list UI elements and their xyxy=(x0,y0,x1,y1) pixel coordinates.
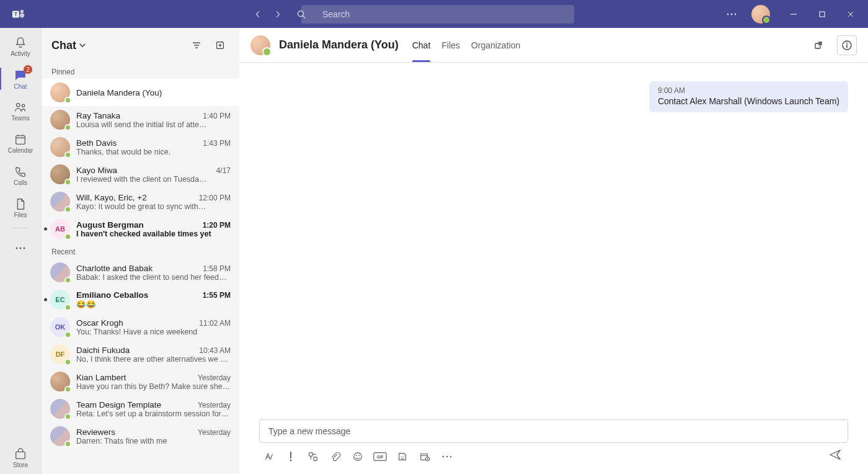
chat-avatar xyxy=(50,164,70,184)
rail-item-calls[interactable]: Calls xyxy=(0,159,41,192)
rail-item-teams[interactable]: Teams xyxy=(0,95,41,127)
chat-list-item[interactable]: Ray Tanaka1:40 PMLouisa will send the in… xyxy=(42,106,239,133)
rail-item-files[interactable]: Files xyxy=(0,192,41,224)
chat-time: 1:43 PM xyxy=(203,139,231,148)
chat-preview: Thanks, that would be nice. xyxy=(76,148,231,156)
chat-list-item[interactable]: Beth Davis1:43 PMThanks, that would be n… xyxy=(42,133,239,161)
chat-avatar xyxy=(50,262,70,282)
window-close-button[interactable] xyxy=(837,0,864,28)
svg-point-43 xyxy=(403,456,404,457)
chat-list-item[interactable]: Daniela Mandera (You) xyxy=(42,79,239,106)
teams-icon xyxy=(13,101,28,114)
svg-point-39 xyxy=(358,455,360,456)
chat-preview: Have you ran this by Beth? Make sure she… xyxy=(76,382,231,391)
svg-text:GIF: GIF xyxy=(377,455,384,459)
chat-list-item[interactable]: ABAugust Bergman1:20 PMI haven't checked… xyxy=(42,215,239,243)
rail-more-button[interactable] xyxy=(0,232,41,264)
chat-name: Will, Kayo, Eric, +2 xyxy=(76,193,195,202)
chat-time: 12:00 PM xyxy=(199,194,231,202)
rail-label: Chat xyxy=(14,83,27,90)
chat-details-button[interactable] xyxy=(837,35,857,55)
chat-list-item[interactable]: Kian LambertYesterdayHave you ran this b… xyxy=(42,368,239,395)
titlebar-more-button[interactable] xyxy=(722,4,742,24)
message-input[interactable]: Type a new message xyxy=(259,419,848,443)
send-button[interactable] xyxy=(828,448,846,465)
priority-button[interactable] xyxy=(284,450,298,463)
chat-preview: Kayo: It would be great to sync with… xyxy=(76,202,231,211)
chat-avatar xyxy=(50,372,70,391)
search-input[interactable] xyxy=(301,5,574,24)
chat-time: Yesterday xyxy=(198,373,231,382)
rail-label: Teams xyxy=(11,115,29,122)
conversation-avatar xyxy=(250,35,270,55)
chat-preview: Louisa will send the initial list of att… xyxy=(76,120,231,129)
chat-time: 1:55 PM xyxy=(203,291,231,300)
compose-more-button[interactable] xyxy=(440,450,454,463)
svg-point-37 xyxy=(354,453,362,461)
format-button[interactable] xyxy=(262,450,275,463)
window-maximize-button[interactable] xyxy=(808,0,836,28)
bell-icon xyxy=(14,36,27,50)
profile-avatar-button[interactable] xyxy=(751,5,770,24)
chat-time: 1:20 PM xyxy=(203,221,231,230)
compose-toolbar: GIF xyxy=(259,443,848,465)
chat-preview: Babak: I asked the client to send her fe… xyxy=(76,273,231,282)
chat-time: 11:02 AM xyxy=(199,319,231,328)
conversation-tab-organization[interactable]: Organization xyxy=(471,28,520,62)
chat-list-item[interactable]: Charlotte and Babak1:58 PMBabak: I asked… xyxy=(42,259,239,286)
chat-list-item[interactable]: DFDaichi Fukuda10:43 AMNo, I think there… xyxy=(42,341,239,368)
rail-item-activity[interactable]: Activity xyxy=(0,30,41,63)
rail-item-calendar[interactable]: Calendar xyxy=(0,127,41,159)
chat-list-item[interactable]: Kayo Miwa4/17I reviewed with the client … xyxy=(42,161,239,188)
messages-area: 9:00 AMContact Alex Marshall (Windows La… xyxy=(239,63,868,419)
chat-time: 4/17 xyxy=(216,166,231,175)
loop-button[interactable] xyxy=(306,450,320,463)
chat-list-item[interactable]: OKOscar Krogh11:02 AMYou: Thanks! Have a… xyxy=(42,313,239,341)
rail-label: Calls xyxy=(14,179,27,186)
chat-avatar xyxy=(50,137,70,157)
title-bar: T xyxy=(0,0,868,28)
chat-preview: I reviewed with the client on Tuesda… xyxy=(76,175,231,184)
svg-point-19 xyxy=(16,248,18,249)
svg-point-21 xyxy=(24,248,25,249)
chat-list-item[interactable]: ECEmiliano Ceballos1:55 PM😂😂 xyxy=(42,286,239,313)
nav-forward-button[interactable] xyxy=(269,6,286,23)
conversation-tab-chat[interactable]: Chat xyxy=(412,28,431,62)
svg-point-20 xyxy=(20,248,22,249)
rail-store-button[interactable]: Store xyxy=(0,442,41,474)
chat-time: 1:58 PM xyxy=(203,264,231,273)
window-minimize-button[interactable] xyxy=(780,0,807,28)
svg-rect-15 xyxy=(16,136,25,145)
presence-icon xyxy=(64,331,71,338)
conversation-tab-files[interactable]: Files xyxy=(441,28,460,62)
attach-button[interactable] xyxy=(329,450,342,463)
chat-preview: I haven't checked available times yet xyxy=(76,230,231,238)
popout-chat-button[interactable] xyxy=(808,35,828,55)
rail-label: Files xyxy=(14,212,27,218)
nav-back-button[interactable] xyxy=(249,6,267,23)
filter-button[interactable] xyxy=(187,36,206,55)
composer: Type a new message GIF xyxy=(239,419,868,474)
rail-item-chat[interactable]: 2Chat xyxy=(0,63,41,95)
chat-name: Team Design Template xyxy=(76,400,194,409)
chat-name: Beth Davis xyxy=(76,138,199,148)
chat-avatar xyxy=(50,426,70,446)
gif-button[interactable]: GIF xyxy=(373,450,387,463)
emoji-button[interactable] xyxy=(351,450,365,463)
chat-list-item[interactable]: Team Design TemplateYesterdayReta: Let's… xyxy=(42,395,239,423)
chat-list-item[interactable]: ReviewersYesterdayDarren: Thats fine wit… xyxy=(42,423,239,450)
chat-list: Pinned Daniela Mandera (You)Ray Tanaka1:… xyxy=(42,63,239,474)
chat-list-item[interactable]: Will, Kayo, Eric, +212:00 PMKayo: It wou… xyxy=(42,188,239,215)
chat-avatar: OK xyxy=(50,317,70,337)
chat-name: Oscar Krogh xyxy=(76,318,195,328)
presence-icon xyxy=(64,359,71,365)
new-chat-button[interactable] xyxy=(211,36,229,55)
presence-icon xyxy=(64,304,71,311)
chat-panel-title-dropdown[interactable]: Chat xyxy=(51,39,86,52)
presence-icon xyxy=(64,386,71,393)
chat-time: 1:40 PM xyxy=(203,112,231,120)
sticker-button[interactable] xyxy=(396,450,409,463)
files-icon xyxy=(14,197,27,211)
teams-logo: T xyxy=(10,6,27,23)
schedule-meeting-button[interactable] xyxy=(418,450,432,463)
